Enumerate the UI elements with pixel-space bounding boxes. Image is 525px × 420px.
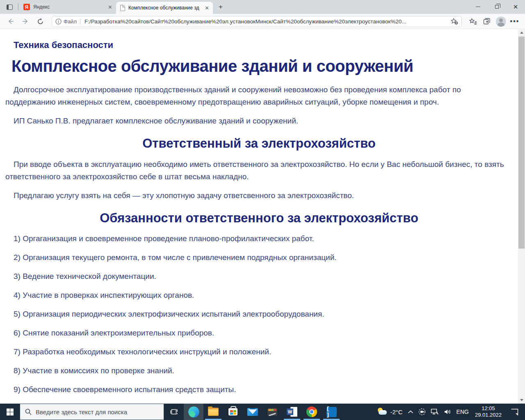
action-center-icon: [511, 409, 518, 415]
meet-now-button[interactable]: [416, 404, 428, 420]
mail-icon: [247, 408, 258, 416]
list-item: 3) Ведение технической документации.: [5, 271, 513, 282]
scrollbar-up-button[interactable]: [518, 29, 525, 36]
list-item: 9) Обеспечение своевременного испытания …: [5, 384, 513, 395]
scrollbar-down-button[interactable]: [518, 397, 525, 404]
network-button[interactable]: [429, 404, 441, 420]
back-button[interactable]: [4, 15, 17, 27]
language-indicator[interactable]: ENG: [454, 404, 471, 420]
chevron-up-icon: [408, 410, 413, 414]
info-icon: [55, 18, 62, 25]
paint-app-icon: [267, 408, 277, 416]
date-label: 29.01.2022: [475, 412, 502, 418]
document-favicon-icon: [120, 5, 125, 11]
close-button[interactable]: ✕: [506, 0, 525, 14]
search-placeholder: Введите здесь текст для поиска: [36, 409, 127, 415]
collections-icon: [483, 18, 491, 25]
favorites-star-icon: [469, 18, 477, 25]
language-label: ENG: [457, 409, 469, 415]
taskbar-app-file-explorer[interactable]: [203, 404, 223, 420]
taskbar-app-brackets[interactable]: [ ]: [322, 404, 341, 420]
show-hidden-icons-button[interactable]: [406, 404, 415, 420]
windows-logo-icon: [7, 409, 14, 415]
refresh-button[interactable]: [34, 15, 47, 27]
taskbar-app-store[interactable]: [223, 404, 243, 420]
list-item: 5) Организация периодических электрофизи…: [5, 308, 513, 320]
tab-yandex[interactable]: Я Яндекс ✕: [19, 2, 116, 12]
taskbar-app-word[interactable]: W: [282, 404, 302, 420]
window-controls: ✕: [468, 0, 525, 14]
start-button[interactable]: [0, 404, 20, 420]
restore-button[interactable]: [487, 0, 506, 14]
vertical-scrollbar[interactable]: [518, 29, 525, 404]
profile-button[interactable]: [495, 15, 507, 27]
task-view-button[interactable]: [164, 404, 184, 420]
minimize-button[interactable]: [468, 0, 487, 14]
add-favorite-icon[interactable]: [450, 18, 458, 25]
refresh-icon: [37, 18, 44, 25]
brackets-icon: [ ]: [326, 407, 337, 417]
tab-separator: [18, 3, 18, 11]
taskbar-spacer: [341, 404, 375, 420]
favorites-button[interactable]: [467, 15, 479, 27]
tab-close-icon[interactable]: ✕: [203, 5, 210, 11]
close-icon: ✕: [513, 4, 518, 10]
avatar: [496, 16, 506, 27]
paragraph-responsible-2: Предлагаю услугу взять на себя — эту хло…: [5, 189, 513, 202]
system-tray: -2°C ENG 12:05 29.01.2022: [375, 404, 525, 420]
minimize-icon: [476, 7, 480, 7]
list-item: 1) Оргаганизация и своевременное проведе…: [5, 233, 513, 244]
windows-taskbar: Введите здесь текст для поиска W [ ] -2°…: [0, 404, 525, 420]
word-icon: W: [287, 407, 297, 417]
action-center-button[interactable]: [506, 404, 523, 420]
temperature-label: -2°C: [390, 409, 402, 415]
list-item: 7) Разработка необходимых технологически…: [5, 346, 513, 358]
url-text: F:/Разработка%20сайтов/Сайт%20обслуживан…: [84, 18, 450, 25]
ellipsis-icon: •••: [510, 18, 520, 25]
list-item: 6) Снятие показаний электроизмерительных…: [5, 327, 513, 339]
back-arrow-icon: [7, 18, 14, 25]
list-item: 2) Организация текущего ремонта, в том ч…: [5, 252, 513, 263]
tab-bar: Я Яндекс ✕ Комплексное обслуживание зд ✕…: [0, 0, 525, 14]
collections-button[interactable]: [481, 15, 493, 27]
list-item: 8) Участие в комиссиях по проверке знани…: [5, 365, 513, 377]
taskbar-app-mail[interactable]: [243, 404, 262, 420]
paragraph-offer: ИП Санько П.В. предлагает комплексное об…: [5, 115, 513, 127]
scroll-down-icon: [520, 399, 523, 401]
volume-icon: [444, 409, 452, 415]
tab-complex-maintenance[interactable]: Комплексное обслуживание зд ✕: [116, 2, 213, 14]
address-divider: [80, 18, 80, 25]
tab-actions-icon: [7, 5, 13, 10]
yandex-favicon-icon: Я: [23, 4, 30, 10]
microsoft-store-icon: [228, 408, 237, 415]
taskbar-search-input[interactable]: Введите здесь текст для поиска: [20, 404, 164, 420]
search-icon: [25, 409, 32, 415]
restore-icon: [495, 5, 499, 9]
page-title: Комплексное обслуживание зданий и сооруж…: [5, 57, 513, 75]
nav-link-safety[interactable]: Техника безопасности: [5, 40, 513, 50]
article: Техника безопасности Комплексное обслужи…: [0, 29, 518, 404]
tab-actions-menu-button[interactable]: [3, 2, 16, 12]
settings-menu-button[interactable]: •••: [509, 15, 521, 27]
time-label: 12:05: [475, 405, 502, 412]
tab-close-icon[interactable]: ✕: [107, 4, 114, 11]
list-item: 4) Участие в проверках инспектирующих ор…: [5, 290, 513, 301]
clock[interactable]: 12:05 29.01.2022: [472, 404, 505, 420]
weather-widget[interactable]: -2°C: [375, 404, 404, 420]
new-tab-button[interactable]: +: [215, 2, 226, 12]
task-view-icon: [170, 409, 178, 415]
forward-button[interactable]: [19, 15, 32, 27]
page-content: Техника безопасности Комплексное обслужи…: [0, 29, 525, 404]
taskbar-app-paint[interactable]: [262, 404, 282, 420]
address-bar[interactable]: Файл F:/Разработка%20сайтов/Сайт%20обслу…: [52, 16, 462, 27]
tab-title: Комплексное обслуживание зд: [128, 5, 203, 11]
meet-now-icon: [418, 408, 426, 415]
scrollbar-thumb[interactable]: [518, 37, 525, 249]
taskbar-app-chrome[interactable]: [302, 404, 322, 420]
taskbar-app-edge[interactable]: [184, 404, 203, 420]
file-explorer-icon: [208, 408, 219, 416]
chrome-icon: [306, 406, 317, 417]
forward-arrow-icon: [22, 18, 29, 25]
weather-icon: [377, 408, 388, 416]
volume-button[interactable]: [442, 404, 454, 420]
